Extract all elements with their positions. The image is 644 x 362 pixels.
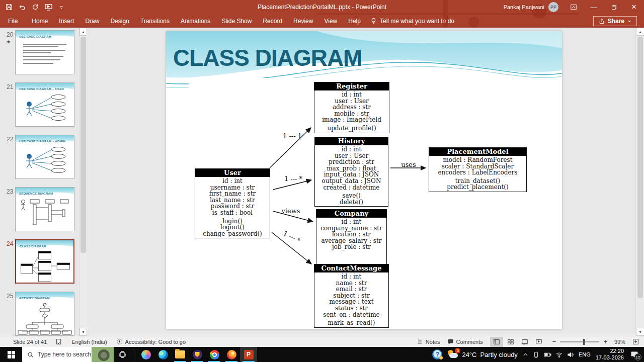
edge-app-icon[interactable] [154,347,172,362]
slide-thumbnail-20[interactable]: USE CASE DIAGRAM [15,30,74,74]
file-explorer-app-icon[interactable] [172,347,189,362]
battery-icon[interactable] [544,352,551,357]
save-icon[interactable] [5,3,13,11]
title-bar: PlacementPredictionPortalML.pptx - Power… [0,0,644,14]
ribbon-tab-record[interactable]: Record [257,15,288,27]
notification-center-button[interactable]: 12 [629,349,640,359]
copilot-app-icon[interactable] [137,347,154,362]
powerpoint-app-icon[interactable]: P [240,347,257,362]
share-button[interactable]: Share [593,16,637,26]
close-button[interactable]: × [624,0,644,14]
customize-toolbar-icon[interactable] [57,3,65,11]
time: 22:20 [596,348,624,354]
fit-slide-button[interactable] [632,338,639,345]
reading-view-button[interactable] [518,337,531,347]
start-slideshow-icon[interactable] [44,3,52,11]
slide-title[interactable]: CLASS DIAGRAM [173,44,362,71]
ribbon-tab-design[interactable]: Design [105,15,134,27]
ribbon-display-options-icon[interactable] [564,0,584,14]
chevron-down-icon [627,19,631,23]
uml-class-history[interactable]: Historyid : intuser : Userprediction : s… [314,137,388,207]
thumbnail-content [16,250,73,283]
help-icon[interactable]: ? [432,349,442,359]
avatar[interactable]: PP [548,2,558,12]
language-button[interactable]: ENG [579,351,591,357]
volume-icon[interactable] [567,352,574,357]
thumbnail-title: CLASS DIAGRAM [20,245,46,248]
ribbon-tab-slide-show[interactable]: Slide Show [216,15,257,27]
task-view-button[interactable] [114,347,131,362]
search-icon [27,351,34,358]
ribbon-tab-view[interactable]: View [318,15,343,27]
ribbon-tab-review[interactable]: Review [288,15,318,27]
uml-attribute: prediction : str [315,159,388,165]
uml-class-contact_message[interactable]: ContactMessageid : intname : stremail : … [314,264,389,328]
scroll-up-button[interactable]: ▲ [636,28,644,36]
slide-sorter-view-button[interactable] [504,337,517,347]
relation-label-4: uses [401,161,416,168]
zoom-out-button[interactable]: − [552,338,556,345]
restore-button[interactable] [604,0,624,14]
uml-attribute: id : int [315,146,388,153]
undo-icon[interactable] [18,3,26,11]
ribbon-tabs: FileHomeInsertDrawDesignTransitionsAnima… [0,15,366,27]
slide-thumbnail-21[interactable]: USE CASE DIAGRAM – USER [15,82,74,127]
scroll-up-button[interactable]: ▲ [79,28,87,36]
ribbon-tab-insert[interactable]: Insert [53,15,79,27]
thumbnail-title: SEQUENCE DIAGRAM [19,192,53,195]
minimize-button[interactable]: — [584,0,604,14]
thumbnail-scrollbar[interactable]: ▲ ▼ [79,28,87,336]
notes-button[interactable]: Notes [417,338,440,345]
start-button[interactable] [0,347,22,362]
accessibility-status[interactable]: Accessibility: Good to go [116,338,186,345]
hidden-icons-chevron[interactable] [523,352,528,357]
zoom-in-button[interactable]: + [603,338,607,345]
scroll-down-button[interactable]: ▼ [636,328,644,336]
slide-thumbnail-23[interactable]: SEQUENCE DIAGRAM [15,187,74,231]
slide-thumbnail-25[interactable]: ACTIVITY DIAGRAM [15,292,74,336]
uml-class-company[interactable]: Companyid : intcompany_name : strlocatio… [316,209,387,265]
vertical-scrollbar[interactable]: ▲ ▼ [635,28,644,336]
chrome-app-icon[interactable] [206,347,223,362]
spellcheck-icon[interactable] [56,338,62,345]
uml-class-register[interactable]: Registerid : intuser : Useraddress : str… [314,82,389,133]
ribbon-tab-help[interactable]: Help [343,15,366,27]
zoom-level[interactable]: 99% [614,339,625,345]
shield-app-icon[interactable] [189,347,206,362]
scroll-down-button[interactable]: ▼ [79,328,87,336]
language-indicator[interactable]: English (India) [71,339,107,345]
ribbon-tab-home[interactable]: Home [26,15,53,27]
zoom-slider[interactable] [560,341,599,342]
scrollbar-thumb[interactable] [80,37,86,253]
weather-widget[interactable]: 5 24°C Partly cloudy [447,350,517,359]
user-name[interactable]: Pankaj Panjwani [504,4,544,10]
view-buttons [490,337,545,347]
scrollbar-thumb[interactable] [637,37,643,298]
ribbon-tab-animations[interactable]: Animations [175,15,216,27]
ribbon-tab-file[interactable]: File [0,15,23,27]
wifi-icon[interactable] [556,352,562,357]
ribbon-tab-draw[interactable]: Draw [79,15,105,27]
slide-thumbnail-22[interactable]: USE CASE DIAGRAM – ADMIN [15,135,74,179]
ribbon-tab-transitions[interactable]: Transitions [135,15,175,27]
clock[interactable]: 22:20 17-03-2026 [596,348,624,361]
uml-attribute: created : datetime [315,185,388,191]
slide-canvas[interactable]: CLASS DIAGRAM Registerid : intuser : Use… [166,31,562,329]
zoom-slider-thumb[interactable] [583,339,585,345]
firefox-app-icon[interactable] [223,347,240,362]
uml-class-placement_model[interactable]: PlacementModelmodel : RandomForestscaler… [429,147,527,192]
comments-button[interactable]: Comments [447,338,483,345]
uml-class-user[interactable]: Userid : intusername : strfirst_name : s… [195,168,270,238]
redo-icon[interactable] [31,3,39,11]
tell-me-box[interactable]: Tell me what you want to do [370,18,454,25]
slideshow-view-button[interactable] [532,337,545,347]
phone-link-icon[interactable] [533,351,539,358]
thumbnail-title: ACTIVITY DIAGRAM [19,297,50,300]
zoom-control: − + [552,338,607,345]
normal-view-button[interactable] [490,337,503,347]
search-daily-image[interactable] [92,347,114,362]
status-bar: Slide 24 of 41 English (India) Accessibi… [0,336,644,347]
slide-indicator[interactable]: Slide 24 of 41 [13,339,47,345]
slide-thumbnail-24[interactable]: CLASS DIAGRAM [15,239,74,284]
taskbar-search[interactable]: Type here to search [22,347,114,362]
